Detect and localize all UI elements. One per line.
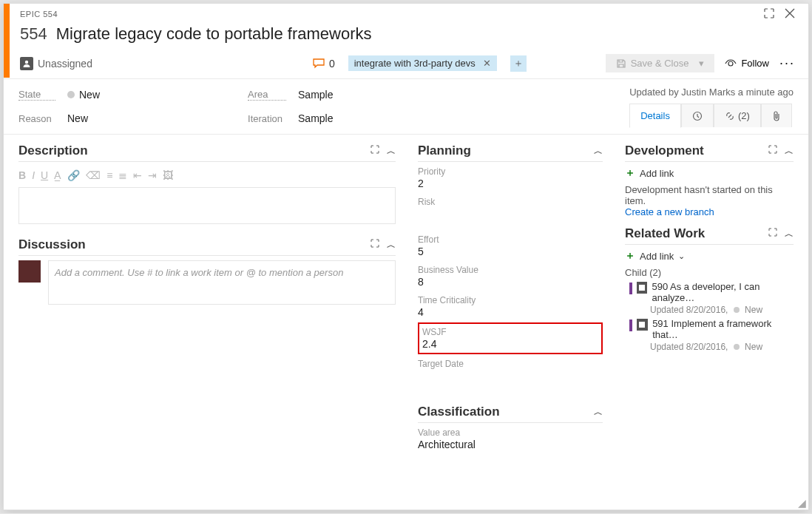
- rich-text-toolbar: B I U A̲ 🔗 ⌫ ≡ ≣ ⇤ ⇥ 🖼: [18, 166, 396, 184]
- close-icon[interactable]: [785, 8, 795, 20]
- image-icon[interactable]: 🖼: [163, 169, 173, 181]
- chevron-down-icon: ▾: [699, 58, 704, 69]
- iteration-value[interactable]: Sample: [298, 112, 333, 124]
- eye-icon: [725, 59, 737, 68]
- history-icon: [692, 111, 703, 121]
- indent-icon[interactable]: ⇥: [148, 169, 157, 181]
- hyperlink-icon[interactable]: 🔗: [67, 169, 80, 181]
- italic-icon[interactable]: I: [32, 169, 35, 181]
- effort-value[interactable]: 5: [418, 245, 603, 260]
- attachment-icon: [772, 111, 781, 121]
- expand-icon[interactable]: [371, 239, 379, 251]
- chevron-up-icon[interactable]: ︿: [785, 145, 794, 158]
- effort-label: Effort: [418, 234, 603, 245]
- svg-point-0: [25, 60, 28, 63]
- work-item-id: 554: [20, 24, 47, 44]
- comments-indicator[interactable]: 0: [313, 58, 335, 70]
- tab-history[interactable]: [681, 104, 714, 127]
- related-item-subtext: Updated 8/20/2016, New: [650, 305, 794, 315]
- state-value[interactable]: New: [67, 89, 100, 101]
- work-item-type-label: EPIC 554: [20, 10, 58, 18]
- tag-chip[interactable]: integrate with 3rd-party devs ✕: [348, 55, 497, 71]
- epic-color-bar: [4, 4, 10, 78]
- assignee-picker[interactable]: Unassigned: [20, 57, 92, 70]
- chevron-up-icon[interactable]: ︿: [594, 145, 603, 158]
- work-item-dialog: EPIC 554 554 Migrate legacy code to port…: [3, 3, 809, 510]
- wsjf-value[interactable]: 2.4: [422, 337, 598, 350]
- work-item-type-icon: [637, 282, 648, 294]
- planning-header: Planning: [418, 143, 471, 158]
- time-criticality-value[interactable]: 4: [418, 305, 603, 321]
- create-branch-link[interactable]: Create a new branch: [625, 206, 794, 217]
- svg-rect-2: [639, 285, 645, 291]
- state-label: State: [18, 89, 55, 101]
- underline-icon[interactable]: U: [41, 169, 48, 181]
- chevron-up-icon[interactable]: ︿: [594, 406, 603, 419]
- development-header: Development: [625, 143, 704, 158]
- tag-label: integrate with 3rd-party devs: [354, 58, 476, 69]
- related-work-header: Related Work: [625, 226, 705, 241]
- plus-icon: ＋: [625, 249, 635, 263]
- business-value-label: Business Value: [418, 265, 603, 275]
- expand-icon[interactable]: [768, 145, 777, 158]
- area-label: Area: [248, 89, 286, 101]
- clear-format-icon[interactable]: ⌫: [86, 169, 101, 181]
- priority-value[interactable]: 2: [418, 177, 603, 192]
- chevron-up-icon[interactable]: ︿: [387, 239, 396, 251]
- chevron-up-icon[interactable]: ︿: [387, 145, 396, 158]
- value-area-value[interactable]: Architectural: [418, 438, 603, 453]
- link-icon: [725, 111, 735, 121]
- business-value-value[interactable]: 8: [418, 275, 603, 291]
- resize-grip-icon[interactable]: ◢: [798, 499, 807, 508]
- related-item-subtext: Updated 8/20/2016, New: [650, 342, 794, 352]
- discussion-header: Discussion: [18, 237, 86, 252]
- related-add-link-button[interactable]: ＋ Add link ⌄: [625, 249, 794, 263]
- add-link-label: Add link: [640, 168, 674, 179]
- description-editor[interactable]: [18, 187, 396, 224]
- save-label: Save & Close: [631, 58, 689, 69]
- value-area-label: Value area: [418, 427, 603, 438]
- wsjf-highlight: WSJF 2.4: [418, 322, 603, 354]
- follow-button[interactable]: Follow: [725, 58, 769, 69]
- comment-icon: [313, 58, 325, 69]
- updated-by-text: Updated by Justin Marks a minute ago: [629, 87, 794, 98]
- tab-attachments[interactable]: [761, 104, 792, 127]
- more-actions-button[interactable]: ···: [779, 55, 795, 71]
- add-tag-button[interactable]: ＋: [510, 55, 527, 72]
- comment-input[interactable]: Add a comment. Use # to link a work item…: [48, 260, 396, 305]
- expand-icon[interactable]: [768, 228, 777, 240]
- area-value[interactable]: Sample: [298, 89, 333, 101]
- target-date-label: Target Date: [418, 359, 603, 369]
- related-item[interactable]: 591 Implement a framework that…: [629, 318, 794, 340]
- reason-value[interactable]: New: [67, 112, 88, 124]
- classification-header: Classification: [418, 405, 500, 419]
- font-color-icon[interactable]: A̲: [54, 169, 61, 181]
- work-item-title[interactable]: Migrate legacy code to portable framewor…: [56, 24, 372, 44]
- chevron-up-icon[interactable]: ︿: [785, 228, 794, 240]
- tab-details[interactable]: Details: [629, 104, 681, 128]
- tab-links[interactable]: (2): [714, 104, 761, 127]
- dev-empty-text: Development hasn't started on this item.: [625, 184, 794, 206]
- related-item-title: Implement a framework that…: [652, 318, 771, 340]
- user-icon: [20, 57, 33, 70]
- save-close-button[interactable]: Save & Close ▾: [606, 54, 715, 72]
- tag-remove-icon[interactable]: ✕: [483, 58, 491, 69]
- work-item-color-bar: [629, 283, 632, 294]
- expand-icon[interactable]: [371, 145, 379, 158]
- fullscreen-icon[interactable]: [764, 8, 774, 20]
- bullet-list-icon[interactable]: ≡: [106, 169, 112, 181]
- outdent-icon[interactable]: ⇤: [133, 169, 142, 181]
- follow-label: Follow: [741, 58, 769, 69]
- risk-value[interactable]: [418, 207, 603, 223]
- reason-label: Reason: [18, 113, 55, 124]
- work-item-color-bar: [629, 319, 632, 331]
- dev-add-link-button[interactable]: ＋ Add link: [625, 166, 794, 180]
- detail-tabs: Details (2): [629, 104, 794, 127]
- related-item[interactable]: 590 As a developer, I can analyze…: [629, 281, 794, 303]
- chevron-down-icon: ⌄: [678, 251, 685, 261]
- number-list-icon[interactable]: ≣: [118, 169, 127, 181]
- assignee-label: Unassigned: [38, 58, 92, 70]
- risk-label: Risk: [418, 197, 603, 207]
- bold-icon[interactable]: B: [18, 169, 26, 181]
- child-group-header: Child (2): [625, 267, 794, 278]
